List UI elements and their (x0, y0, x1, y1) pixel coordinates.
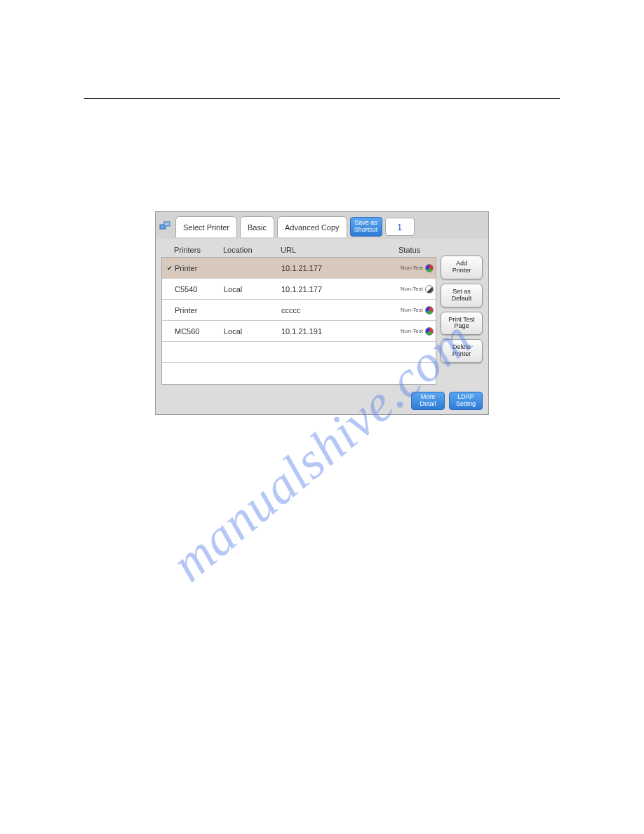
table-row[interactable]: ✔ Printer 10.1.21.177 Non-Test (162, 258, 436, 279)
cell-url: 10.1.21.177 (281, 285, 401, 293)
cell-url: 10.1.21.191 (281, 327, 401, 336)
col-status: Status (398, 246, 434, 254)
button-label: Print Test Page (448, 317, 474, 331)
horizontal-rule (84, 98, 560, 99)
tab-label: Basic (248, 223, 267, 232)
table-header: Printers Location URL Status (161, 243, 436, 257)
cell-status: Non-Test (401, 329, 423, 334)
button-label: More Detail (420, 394, 436, 408)
cell-status: Non-Test (401, 307, 423, 313)
button-label: Set as Default (452, 289, 472, 303)
delete-printer-button[interactable]: Delete Printer (441, 339, 483, 363)
print-test-page-button[interactable]: Print Test Page (441, 312, 483, 336)
tab-advanced-copy[interactable]: Advanced Copy (277, 216, 347, 237)
printer-dialog-screenshot: Select Printer Basic Advanced Copy Save … (155, 211, 489, 415)
more-detail-button[interactable]: More Detail (411, 392, 445, 410)
cell-location: Local (224, 327, 281, 336)
table-row[interactable] (162, 342, 436, 363)
col-url: URL (281, 246, 398, 254)
table-body: ✔ Printer 10.1.21.177 Non-Test C5540 Loc… (161, 257, 436, 385)
cell-name: MC560 (175, 327, 224, 336)
cell-status: Non-Test (401, 265, 423, 271)
cell-status: Non-Test (401, 286, 423, 292)
cell-name: Printer (175, 306, 224, 315)
bottom-bar: More Detail LDAP Setting (156, 389, 488, 414)
tab-label: Advanced Copy (285, 223, 340, 232)
color-icon (423, 264, 436, 272)
cell-url: 10.1.21.177 (281, 264, 401, 272)
cell-location: Local (224, 285, 281, 293)
default-check-icon: ✔ (165, 265, 175, 272)
copies-value: 1 (397, 222, 402, 232)
button-label: Add Printer (452, 260, 471, 274)
tab-select-printer[interactable]: Select Printer (175, 216, 237, 237)
table-row[interactable] (162, 363, 436, 384)
cell-url: ccccc (281, 306, 401, 315)
cell-name: C5540 (175, 285, 224, 293)
svg-rect-1 (164, 222, 170, 226)
table-row[interactable]: Printer ccccc Non-Test (162, 300, 436, 321)
button-label: Delete Printer (452, 344, 471, 358)
color-icon (423, 306, 436, 315)
table-row[interactable]: C5540 Local 10.1.21.177 Non-Test (162, 279, 436, 300)
tab-bar: Select Printer Basic Advanced Copy Save … (156, 212, 488, 239)
color-icon (423, 327, 436, 336)
printer-table: Printers Location URL Status ✔ Printer 1… (161, 243, 436, 385)
save-as-shortcut-button[interactable]: Save as Shortcut (350, 217, 382, 237)
copies-field[interactable]: 1 (385, 218, 415, 236)
add-printer-button[interactable]: Add Printer (441, 256, 483, 279)
cell-name: Printer (175, 264, 224, 272)
tab-basic[interactable]: Basic (240, 216, 274, 237)
side-buttons: Add Printer Set as Default Print Test Pa… (441, 243, 483, 385)
bw-icon (423, 285, 436, 293)
ldap-setting-button[interactable]: LDAP Setting (449, 392, 483, 410)
button-label: LDAP Setting (456, 394, 476, 408)
col-location: Location (223, 246, 281, 254)
set-as-default-button[interactable]: Set as Default (441, 284, 483, 307)
document-page: Select Printer Basic Advanced Copy Save … (0, 0, 644, 834)
button-label: Save as Shortcut (354, 220, 378, 234)
tab-label: Select Printer (183, 223, 229, 232)
col-printers: Printers (174, 246, 223, 254)
dialog-content: Printers Location URL Status ✔ Printer 1… (156, 239, 488, 389)
table-row[interactable]: MC560 Local 10.1.21.191 Non-Test (162, 321, 436, 342)
devices-icon (159, 220, 173, 234)
